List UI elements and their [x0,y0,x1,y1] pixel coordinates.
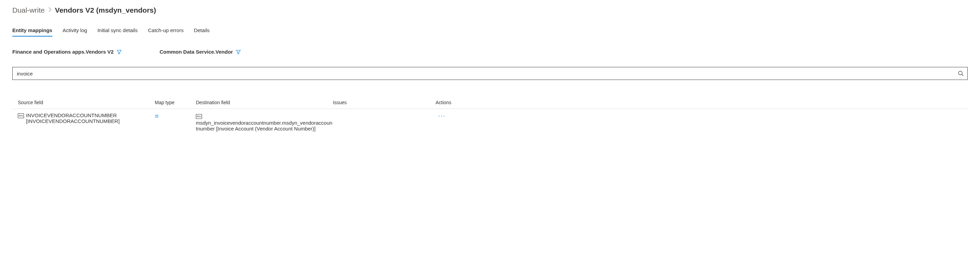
tabs: Entity mappings Activity log Initial syn… [12,26,968,36]
breadcrumb: Dual-write Vendors V2 (msdyn_vendors) [12,6,968,14]
breadcrumb-current: Vendors V2 (msdyn_vendors) [55,6,156,14]
chevron-right-icon [48,7,52,13]
destination-field-value: msdyn_invoicevendoraccountnumber.msdyn_v… [196,120,332,131]
col-destination[interactable]: Destination field [196,100,333,105]
source-field-value: INVOICEVENDORACCOUNTNUMBER [INVOICEVENDO… [26,112,155,124]
table-header: Source field Map type Destination field … [12,100,968,109]
row-actions-menu[interactable]: ··· [436,112,487,120]
filter-right-label: Common Data Service.Vendor [159,49,233,55]
filter-left-label: Finance and Operations apps.Vendors V2 [12,49,114,55]
map-type-equals-icon[interactable]: = [155,112,196,120]
filter-icon [116,49,122,55]
filters-row: Finance and Operations apps.Vendors V2 C… [12,49,968,55]
filter-icon [235,49,241,55]
svg-point-0 [958,71,962,75]
col-maptype[interactable]: Map type [155,100,196,105]
search-input[interactable] [16,69,958,78]
tab-details[interactable]: Details [194,26,210,36]
col-source[interactable]: Source field [18,100,155,105]
svg-line-1 [962,74,964,76]
tab-initial-sync[interactable]: Initial sync details [97,26,138,36]
table-row[interactable]: Abc INVOICEVENDORACCOUNTNUMBER [INVOICEV… [12,109,968,134]
destination-field-cell: Abc msdyn_invoicevendoraccountnumber.msd… [196,112,333,131]
source-field-cell: Abc INVOICEVENDORACCOUNTNUMBER [INVOICEV… [18,112,155,124]
col-actions[interactable]: Actions [436,100,487,105]
tab-entity-mappings[interactable]: Entity mappings [12,26,52,36]
filter-left[interactable]: Finance and Operations apps.Vendors V2 [12,49,122,55]
search-icon[interactable] [958,70,964,77]
text-type-icon: Abc [18,114,24,118]
filter-right[interactable]: Common Data Service.Vendor [159,49,241,55]
tab-catchup-errors[interactable]: Catch-up errors [148,26,183,36]
search-box[interactable] [12,67,968,80]
text-type-icon: Abc [196,114,202,119]
tab-activity-log[interactable]: Activity log [63,26,88,36]
col-issues[interactable]: Issues [333,100,436,105]
breadcrumb-root[interactable]: Dual-write [12,6,45,14]
